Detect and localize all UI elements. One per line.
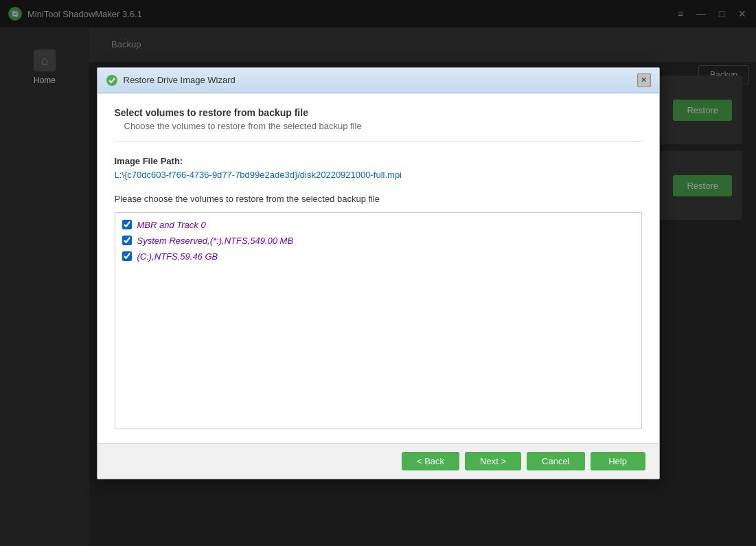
- restore-wizard-dialog: Restore Drive Image Wizard ✕ Select volu…: [97, 67, 660, 479]
- image-path-label: Image File Path:: [115, 156, 642, 166]
- volume-item-mbr: MBR and Track 0: [122, 220, 634, 230]
- dialog-close-button[interactable]: ✕: [637, 73, 651, 87]
- volume-item-c-drive: (C:),NTFS,59.46 GB: [122, 251, 634, 262]
- volumes-prompt: Please choose the volumes to restore fro…: [115, 194, 642, 204]
- svg-point-0: [106, 75, 117, 86]
- cancel-button[interactable]: Cancel: [527, 452, 584, 470]
- image-path-section: Image File Path: L:\{c70dc603-f766-4736-…: [115, 156, 642, 180]
- dialog-title-text: Restore Drive Image Wizard: [124, 75, 632, 85]
- dialog-header-section: Select volumes to restore from backup fi…: [115, 107, 642, 142]
- volume-label-mbr: MBR and Track 0: [137, 220, 206, 230]
- dialog-titlebar: Restore Drive Image Wizard ✕: [98, 68, 659, 93]
- volume-item-system-reserved: System Reserved,(*:),NTFS,549.00 MB: [122, 236, 634, 246]
- volume-checkbox-mbr[interactable]: [122, 220, 132, 229]
- volume-label-system-reserved: System Reserved,(*:),NTFS,549.00 MB: [137, 236, 294, 246]
- help-button[interactable]: Help: [591, 452, 645, 470]
- volume-checkbox-system-reserved[interactable]: [122, 236, 132, 245]
- image-path-value: L:\{c70dc603-f766-4736-9d77-7bd99e2ade3d…: [115, 170, 642, 180]
- dialog-overlay: Restore Drive Image Wizard ✕ Select volu…: [0, 0, 756, 546]
- volume-checkbox-c-drive[interactable]: [122, 251, 132, 261]
- dialog-body: Select volumes to restore from backup fi…: [98, 93, 659, 443]
- back-button[interactable]: < Back: [402, 452, 459, 470]
- dialog-footer: < Back Next > Cancel Help: [98, 443, 659, 479]
- volumes-list: MBR and Track 0 System Reserved,(*:),NTF…: [115, 212, 642, 429]
- next-button[interactable]: Next >: [465, 452, 521, 470]
- dialog-header-subtitle: Choose the volumes to restore from the s…: [115, 121, 642, 131]
- dialog-header-title: Select volumes to restore from backup fi…: [115, 107, 642, 118]
- dialog-title-icon: [106, 74, 118, 87]
- volume-label-c-drive: (C:),NTFS,59.46 GB: [137, 251, 218, 262]
